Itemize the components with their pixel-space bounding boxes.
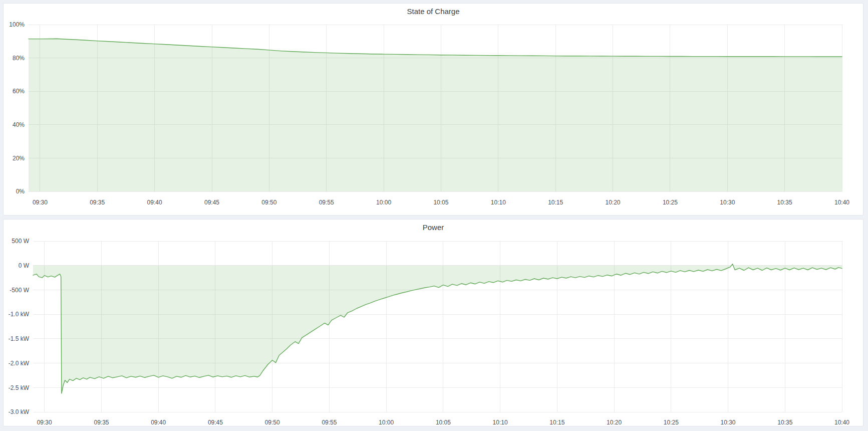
- power-chart-canvas[interactable]: 500 W0 W-500 W-1.0 kW-1.5 kW-2.0 kW-2.5 …: [4, 220, 862, 425]
- x-tick-label: 10:30: [720, 419, 735, 425]
- x-tick-label: 10:25: [664, 419, 679, 425]
- y-tick-label: 60%: [13, 88, 25, 95]
- x-tick-label: 09:35: [94, 419, 109, 425]
- y-tick-label: -3.0 kW: [9, 408, 30, 415]
- x-tick-label: 10:30: [720, 199, 735, 206]
- x-tick-label: 10:40: [834, 419, 849, 425]
- series-area: [29, 39, 842, 191]
- y-tick-label: 0 W: [19, 262, 30, 269]
- soc-chart-canvas[interactable]: 100%80%60%40%20%0%09:3009:3509:4009:4509…: [4, 4, 862, 214]
- x-tick-label: 10:35: [777, 419, 792, 425]
- y-tick-label: -1.5 kW: [9, 335, 30, 342]
- x-tick-label: 09:30: [33, 199, 48, 206]
- x-tick-label: 10:10: [493, 419, 508, 425]
- x-tick-label: 10:20: [605, 199, 620, 206]
- y-tick-label: 20%: [13, 155, 25, 162]
- x-tick-label: 09:55: [319, 199, 334, 206]
- x-tick-label: 10:00: [379, 419, 394, 425]
- x-tick-label: 09:40: [151, 419, 166, 425]
- x-tick-label: 10:05: [436, 419, 451, 425]
- y-tick-label: 0%: [16, 188, 25, 195]
- x-tick-label: 09:30: [37, 419, 52, 425]
- x-tick-label: 10:05: [433, 199, 448, 206]
- x-tick-label: 09:55: [322, 419, 337, 425]
- x-tick-label: 09:40: [147, 199, 162, 206]
- y-tick-label: 40%: [13, 121, 25, 128]
- y-tick-label: -1.0 kW: [9, 311, 30, 318]
- x-tick-label: 10:10: [491, 199, 506, 206]
- x-tick-label: 10:35: [777, 199, 792, 206]
- x-tick-label: 10:15: [549, 419, 564, 425]
- x-tick-label: 09:50: [261, 199, 276, 206]
- power-panel: Power 500 W0 W-500 W-1.0 kW-1.5 kW-2.0 k…: [3, 219, 863, 426]
- soc-panel: State of Charge 100%80%60%40%20%0%09:300…: [3, 3, 863, 216]
- x-tick-label: 10:00: [376, 199, 391, 206]
- x-tick-label: 09:45: [208, 419, 223, 425]
- y-tick-label: -500 W: [10, 287, 29, 294]
- x-tick-label: 10:20: [607, 419, 622, 425]
- y-tick-label: -2.0 kW: [9, 360, 30, 367]
- y-tick-label: -2.5 kW: [9, 384, 30, 391]
- x-tick-label: 09:45: [204, 199, 219, 206]
- x-tick-label: 09:35: [90, 199, 105, 206]
- y-tick-label: 100%: [9, 21, 25, 28]
- x-tick-label: 09:50: [265, 419, 280, 425]
- x-tick-label: 10:15: [548, 199, 563, 206]
- y-tick-label: 80%: [13, 55, 25, 62]
- series-area: [33, 264, 842, 393]
- x-tick-label: 10:40: [834, 199, 849, 206]
- y-tick-label: 500 W: [12, 238, 29, 245]
- x-tick-label: 10:25: [663, 199, 678, 206]
